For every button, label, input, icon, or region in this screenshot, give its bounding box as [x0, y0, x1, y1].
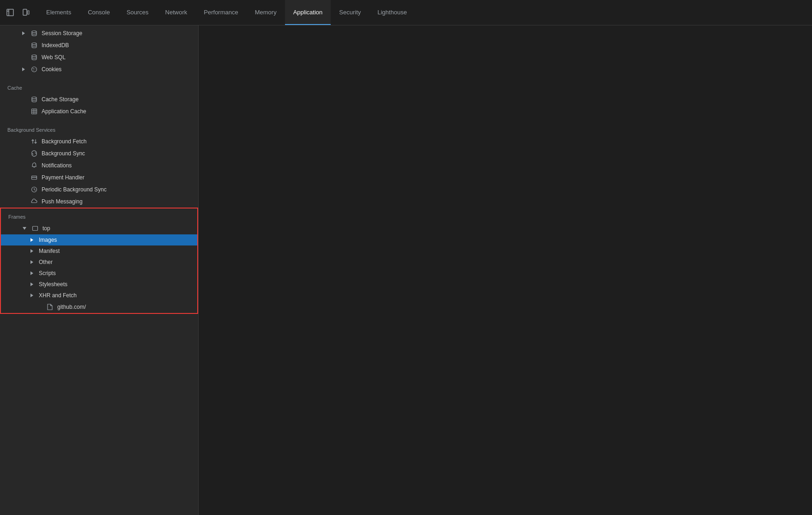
sidebar-item-push-messaging[interactable]: Push Messaging — [0, 196, 198, 208]
sidebar-item-label: Background Fetch — [42, 138, 86, 145]
svg-point-15 — [32, 97, 36, 99]
sidebar-item-websql[interactable]: Web SQL — [0, 51, 198, 63]
chevron-right-icon — [20, 66, 27, 73]
sidebar-item-cache-storage[interactable]: Cache Storage — [0, 93, 198, 105]
db-icon — [30, 96, 38, 103]
sidebar-item-github[interactable]: github.com/ — [1, 301, 197, 313]
background-services-label: Background Services — [0, 122, 198, 135]
svg-point-12 — [35, 68, 36, 69]
tab-bar: Elements Console Sources Network Perform… — [0, 0, 812, 25]
separator — [0, 77, 198, 78]
svg-marker-9 — [22, 67, 25, 71]
sidebar: Session Storage IndexedDB — [0, 25, 199, 515]
tab-bar-icons — [4, 6, 32, 19]
device-icon[interactable] — [19, 6, 32, 19]
separator — [0, 119, 198, 120]
db-icon — [30, 42, 38, 49]
sidebar-item-label: Cookies — [42, 66, 61, 73]
tab-lighthouse[interactable]: Lighthouse — [369, 0, 415, 25]
sidebar-item-other[interactable]: Other — [1, 257, 197, 268]
svg-rect-17 — [32, 109, 37, 114]
grid-icon — [30, 108, 38, 115]
svg-rect-2 — [28, 11, 29, 14]
chevron-right-icon — [29, 270, 35, 276]
svg-point-10 — [32, 67, 37, 72]
sidebar-item-label: Background Sync — [42, 150, 85, 157]
tab-performance[interactable]: Performance — [195, 0, 246, 25]
arrows-icon — [30, 138, 38, 145]
sidebar-item-background-fetch[interactable]: Background Fetch — [0, 135, 198, 147]
devtools-container: Elements Console Sources Network Perform… — [0, 0, 812, 515]
tab-console[interactable]: Console — [79, 0, 118, 25]
svg-point-4 — [32, 31, 36, 33]
sidebar-item-xhr-fetch[interactable]: XHR and Fetch — [1, 290, 197, 301]
card-icon — [30, 174, 38, 181]
svg-marker-33 — [30, 238, 33, 242]
sidebar-item-notifications[interactable]: Notifications — [0, 159, 198, 172]
svg-marker-38 — [30, 294, 33, 297]
sidebar-item-label: top — [42, 225, 50, 232]
tab-network[interactable]: Network — [157, 0, 196, 25]
chevron-right-icon — [29, 281, 35, 288]
cookie-icon — [30, 66, 38, 73]
sidebar-item-label: XHR and Fetch — [39, 292, 77, 299]
sidebar-item-indexeddb[interactable]: IndexedDB — [0, 39, 198, 51]
svg-rect-0 — [7, 9, 13, 16]
tab-elements[interactable]: Elements — [38, 0, 79, 25]
sidebar-item-label: Stylesheets — [39, 281, 67, 288]
file-icon — [46, 303, 54, 311]
sidebar-item-label: github.com/ — [57, 304, 86, 310]
tab-application[interactable]: Application — [285, 0, 331, 25]
svg-point-6 — [32, 43, 36, 45]
sidebar-item-label: Payment Handler — [42, 174, 85, 181]
svg-rect-1 — [23, 9, 27, 15]
svg-marker-35 — [30, 260, 33, 264]
sidebar-item-periodic-background-sync[interactable]: Periodic Background Sync — [0, 184, 198, 196]
cache-section-label: Cache — [0, 80, 198, 93]
cloud-icon — [30, 198, 38, 205]
svg-point-13 — [33, 70, 34, 71]
sidebar-item-background-sync[interactable]: Background Sync — [0, 147, 198, 159]
tab-security[interactable]: Security — [331, 0, 369, 25]
db-icon — [30, 30, 38, 37]
sidebar-item-label: Notifications — [42, 162, 72, 169]
svg-point-8 — [32, 55, 36, 57]
sidebar-item-scripts[interactable]: Scripts — [1, 268, 197, 279]
svg-point-11 — [33, 68, 34, 69]
sidebar-item-label: Session Storage — [42, 30, 82, 37]
sync-icon — [30, 150, 38, 157]
frames-section: Frames top — [0, 208, 198, 314]
chevron-right-icon — [29, 292, 35, 299]
right-panel — [199, 25, 812, 515]
chevron-right-icon — [20, 30, 27, 37]
sidebar-item-images[interactable]: Images — [1, 234, 197, 245]
tab-sources[interactable]: Sources — [118, 0, 157, 25]
sidebar-item-label: Images — [39, 237, 57, 243]
tab-memory[interactable]: Memory — [247, 0, 285, 25]
bell-icon — [30, 162, 38, 169]
svg-marker-31 — [23, 227, 26, 230]
sidebar-item-label: Push Messaging — [42, 198, 83, 205]
sidebar-item-cookies[interactable]: Cookies — [0, 63, 198, 75]
sidebar-item-manifest[interactable]: Manifest — [1, 245, 197, 257]
db-icon — [30, 54, 38, 61]
sidebar-item-session-storage[interactable]: Session Storage — [0, 27, 198, 39]
svg-marker-36 — [30, 271, 33, 275]
chevron-right-icon — [29, 237, 35, 243]
svg-marker-37 — [30, 282, 33, 286]
chevron-down-icon — [21, 225, 28, 232]
sidebar-item-label: Periodic Background Sync — [42, 186, 107, 193]
sidebar-item-top[interactable]: top — [1, 222, 197, 234]
sidebar-item-payment-handler[interactable]: Payment Handler — [0, 172, 198, 184]
chevron-right-icon — [29, 259, 35, 265]
inspect-icon[interactable] — [4, 6, 17, 19]
sidebar-item-label: IndexedDB — [42, 42, 69, 49]
clock-icon — [30, 186, 38, 193]
sidebar-item-application-cache[interactable]: Application Cache — [0, 105, 198, 117]
frames-section-label: Frames — [1, 208, 197, 222]
svg-marker-34 — [30, 249, 33, 253]
sidebar-item-label: Web SQL — [42, 54, 66, 61]
sidebar-item-stylesheets[interactable]: Stylesheets — [1, 279, 197, 290]
main-layout: Session Storage IndexedDB — [0, 25, 812, 515]
svg-rect-32 — [33, 227, 38, 231]
